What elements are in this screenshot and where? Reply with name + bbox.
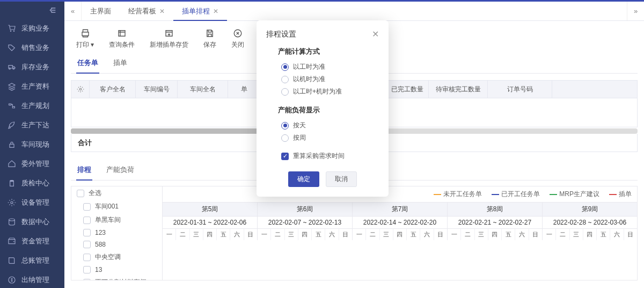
radio-icon: [281, 122, 289, 129]
modal-ok-button[interactable]: 确定: [288, 171, 319, 187]
radio-icon: [281, 134, 289, 142]
radio-icon: [281, 63, 289, 71]
modal-title: 排程设置: [266, 30, 296, 39]
modal-close-button[interactable]: ✕: [372, 29, 379, 39]
recalc-purchase-label: 重算采购需求时间: [293, 152, 345, 161]
radio-label: 以机时为准: [293, 75, 325, 84]
checkbox-checked-icon: ✓: [281, 153, 289, 160]
capacity-method-option-2[interactable]: 以工时+机时为准: [281, 85, 379, 98]
modal-cancel-button[interactable]: 取消: [326, 171, 357, 187]
radio-icon: [281, 88, 289, 96]
capacity-display-option-0[interactable]: 按天: [281, 119, 379, 132]
schedule-settings-modal: 排程设置 ✕ 产能计算方式 以工时为准以机时为准以工时+机时为准 产能负荷显示 …: [257, 20, 389, 197]
capacity-method-option-1[interactable]: 以机时为准: [281, 73, 379, 85]
recalc-purchase-checkbox[interactable]: ✓ 重算采购需求时间: [281, 152, 379, 161]
radio-icon: [281, 76, 289, 83]
radio-label: 按周: [293, 133, 306, 142]
radio-label: 按天: [293, 121, 306, 130]
capacity-display-title: 产能负荷显示: [278, 105, 379, 115]
radio-label: 以工时+机时为准: [293, 87, 342, 96]
radio-label: 以工时为准: [293, 62, 325, 71]
capacity-method-title: 产能计算方式: [278, 47, 379, 56]
capacity-display-option-1[interactable]: 按周: [281, 132, 379, 144]
capacity-method-option-0[interactable]: 以工时为准: [281, 61, 379, 73]
